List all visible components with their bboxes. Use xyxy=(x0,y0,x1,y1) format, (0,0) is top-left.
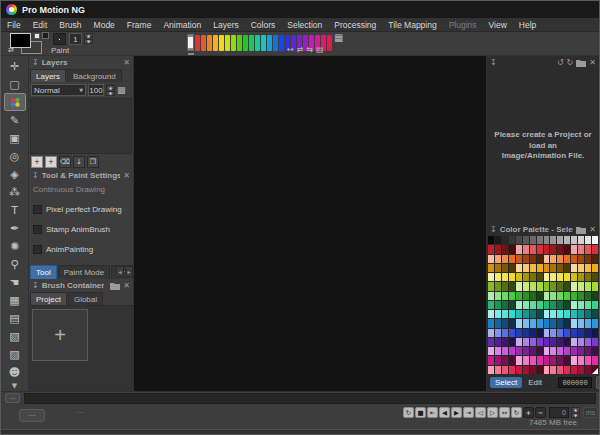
palette-color-blue-3[interactable] xyxy=(509,329,515,337)
palette-color-pink-red-10[interactable] xyxy=(557,366,563,374)
palette-color-cyan-5[interactable] xyxy=(523,310,529,318)
palette-color-amber-7[interactable] xyxy=(537,264,543,272)
pin-icon[interactable]: ↧ xyxy=(32,171,39,180)
palette-color-azure-11[interactable] xyxy=(564,319,570,327)
spectrum-color-0[interactable] xyxy=(195,35,200,51)
palette-color-violet-1[interactable] xyxy=(495,338,501,346)
palette-color-blue-0[interactable] xyxy=(488,329,494,337)
spread-colors-icon[interactable]: ↔ xyxy=(287,45,294,54)
pattern-icon[interactable]: ▩ xyxy=(117,85,126,95)
palette-color-blue-7[interactable] xyxy=(537,329,543,337)
palette-color-orange-1[interactable] xyxy=(495,255,501,263)
palette-remap-button[interactable]: Remap xyxy=(596,376,600,389)
palette-color-purple-8[interactable] xyxy=(544,347,550,355)
menu-mode[interactable]: Mode xyxy=(88,18,121,31)
checkbox-animpainting[interactable] xyxy=(33,245,42,254)
palette-color-amber-8[interactable] xyxy=(544,264,550,272)
palette-color-pink-red-14[interactable] xyxy=(585,366,591,374)
palette-color-pink-red-4[interactable] xyxy=(516,366,522,374)
palette-color-cyan-7[interactable] xyxy=(537,310,543,318)
palette-color-violet-12[interactable] xyxy=(571,338,577,346)
palette-color-yellow-2[interactable] xyxy=(502,273,508,281)
palette-color-grayscale-5[interactable] xyxy=(523,236,529,244)
palette-color-yellow-green-3[interactable] xyxy=(509,282,515,290)
duplicate-layer-button[interactable]: ❐ xyxy=(87,156,99,168)
palette-color-orange-14[interactable] xyxy=(585,255,591,263)
palette-color-green-3[interactable] xyxy=(509,292,515,300)
palette-color-azure-15[interactable] xyxy=(592,319,598,327)
palette-color-yellow-green-11[interactable] xyxy=(564,282,570,290)
spectrum-color-11[interactable] xyxy=(261,35,266,51)
palette-color-orange-7[interactable] xyxy=(537,255,543,263)
palette-color-cyan-14[interactable] xyxy=(585,310,591,318)
timeline-strip[interactable] xyxy=(24,393,596,404)
pipette-tool[interactable]: ✒ xyxy=(4,219,26,237)
palette-color-amber-15[interactable] xyxy=(592,264,598,272)
palette-color-pink-red-1[interactable] xyxy=(495,366,501,374)
palette-color-purple-15[interactable] xyxy=(592,347,598,355)
palette-color-yellow-green-8[interactable] xyxy=(544,282,550,290)
palette-color-grayscale-0[interactable] xyxy=(488,236,494,244)
scroll-right-icon[interactable]: ▸ xyxy=(125,266,133,277)
palette-color-blue-5[interactable] xyxy=(523,329,529,337)
palette-color-azure-13[interactable] xyxy=(578,319,584,327)
delete-layer-button[interactable]: ⌫ xyxy=(59,156,71,168)
palette-color-azure-14[interactable] xyxy=(585,319,591,327)
palette-color-orange-13[interactable] xyxy=(578,255,584,263)
palette-color-grayscale-15[interactable] xyxy=(592,236,598,244)
layer-opacity-input[interactable] xyxy=(88,84,104,96)
palette-color-pink-red-11[interactable] xyxy=(564,366,570,374)
palette-color-cyan-4[interactable] xyxy=(516,310,522,318)
palette-color-pink-red-0[interactable] xyxy=(488,366,494,374)
scroll-left-icon[interactable]: ◂ xyxy=(116,266,124,277)
text-tool[interactable]: T xyxy=(4,201,26,219)
palette-color-green-5[interactable] xyxy=(523,292,529,300)
color-cycle-tool[interactable] xyxy=(4,93,26,111)
palette-color-yellow-green-13[interactable] xyxy=(578,282,584,290)
palette-color-grayscale-2[interactable] xyxy=(502,236,508,244)
spectrum-color-3[interactable] xyxy=(213,35,218,51)
move-tool[interactable]: ✛ xyxy=(4,57,26,75)
palette-color-purple-9[interactable] xyxy=(550,347,556,355)
palette-color-blue-13[interactable] xyxy=(578,329,584,337)
brush-size-stepper[interactable]: ▲ ▼ xyxy=(84,33,93,44)
spectrum-color-9[interactable] xyxy=(249,35,254,51)
palette-hex-input[interactable] xyxy=(558,377,592,388)
palette-color-red-12[interactable] xyxy=(571,245,577,253)
palette-color-grayscale-1[interactable] xyxy=(495,236,501,244)
merge-down-button[interactable]: ↓ xyxy=(73,156,85,168)
palette-color-green-11[interactable] xyxy=(564,292,570,300)
palette-color-violet-6[interactable] xyxy=(530,338,536,346)
stop-button[interactable]: ■ xyxy=(415,407,426,418)
palette-select-button[interactable]: Select xyxy=(490,377,522,388)
palette-color-grayscale-14[interactable] xyxy=(585,236,591,244)
palette-color-spring-green-2[interactable] xyxy=(502,301,508,309)
spectrum-color-22[interactable] xyxy=(327,35,332,51)
palette-color-magenta-9[interactable] xyxy=(550,356,556,364)
palette-color-orange-10[interactable] xyxy=(557,255,563,263)
palette-color-orange-0[interactable] xyxy=(488,255,494,263)
palette-color-violet-10[interactable] xyxy=(557,338,563,346)
palette-color-yellow-0[interactable] xyxy=(488,273,494,281)
palette-color-pink-red-8[interactable] xyxy=(544,366,550,374)
palette-color-green-0[interactable] xyxy=(488,292,494,300)
palette-color-yellow-3[interactable] xyxy=(509,273,515,281)
palette-color-azure-4[interactable] xyxy=(516,319,522,327)
palette-color-spring-green-6[interactable] xyxy=(530,301,536,309)
tab-paint-mode[interactable]: Paint Mode xyxy=(58,265,110,279)
menu-selection[interactable]: Selection xyxy=(281,18,328,31)
palette-color-orange-6[interactable] xyxy=(530,255,536,263)
palette-color-red-2[interactable] xyxy=(502,245,508,253)
palette-color-grayscale-13[interactable] xyxy=(578,236,584,244)
palette-color-cyan-10[interactable] xyxy=(557,310,563,318)
palette-color-magenta-11[interactable] xyxy=(564,356,570,364)
palette-color-pink-red-3[interactable] xyxy=(509,366,515,374)
palette-color-orange-4[interactable] xyxy=(516,255,522,263)
palette-color-azure-7[interactable] xyxy=(537,319,543,327)
canvas-area[interactable] xyxy=(134,56,486,391)
spectrum-color-4[interactable] xyxy=(219,35,224,51)
palette-color-green-13[interactable] xyxy=(578,292,584,300)
palette-color-yellow-15[interactable] xyxy=(592,273,598,281)
palette-color-azure-1[interactable] xyxy=(495,319,501,327)
palette-color-magenta-5[interactable] xyxy=(523,356,529,364)
